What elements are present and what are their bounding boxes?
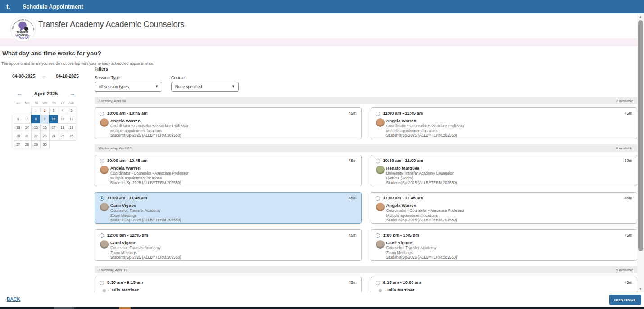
avatar [100,118,109,127]
calendar-day[interactable]: 5 [67,106,76,115]
range-start-date[interactable]: 04-08-2025 [12,74,35,79]
slot-detail-line: Zoom Meetings [386,251,413,255]
calendar-day[interactable]: 13 [14,123,23,132]
slot-duration: 45m [624,111,632,116]
appointment-slot-card[interactable]: 10:00 am - 10:45 am45mAngela WarrenCoord… [95,107,362,139]
calendar-day[interactable]: 12 [67,115,76,124]
calendar-day[interactable]: 15 [31,123,41,132]
calendar-day[interactable]: 28 [23,140,32,149]
appointment-slot-card[interactable]: 11:00 am - 11:45 am45mAngela WarrenCoord… [371,192,638,224]
avatar [376,118,385,127]
slot-radio[interactable] [100,196,104,201]
calendar-day[interactable]: 9 [40,115,50,124]
counselor-name: Julio Martinez [386,287,415,292]
calendar-day[interactable]: 23 [40,132,50,141]
appointment-slot-card[interactable]: 11:00 am - 11:45 am45mCami VignoeCounsel… [95,192,362,224]
scroll-down-icon[interactable]: ▼ [637,286,644,292]
slot-radio[interactable] [376,196,380,201]
calendar-day[interactable]: 19 [67,123,76,132]
session-type-select[interactable]: All session types ▼ [95,82,162,92]
range-end-date[interactable]: 04-10-2025 [56,74,79,79]
calendar-day[interactable]: 22 [31,132,41,141]
course-filter: Course None specified ▼ [171,75,239,92]
back-link[interactable]: BACK [7,297,20,302]
appointment-slot-card[interactable]: 1:00 pm - 1:45 pm45mCami VignoeCounselor… [371,229,638,261]
session-type-label: Session Type [95,75,162,80]
appointment-slot-card[interactable]: 9:15 am - 10:00 am45mJulio MartinezUnive… [371,277,638,292]
calendar-day[interactable]: 1 [31,106,41,115]
calendar-day[interactable]: 18 [58,123,67,132]
slot-card-grid: 10:00 am - 10:45 am45mAngela WarrenCoord… [95,155,637,261]
calendar-day[interactable]: 10 [49,115,59,124]
page-scrollbar[interactable]: ▲ ▼ [637,13,644,292]
footer-bar: BACK CONTINUE [0,292,644,307]
scroll-up-icon[interactable]: ▲ [637,13,644,20]
org-logo: SANTA BARBARA CITY COLLEGE TRANSFER ACAD… [10,16,36,42]
calendar-empty-cell [58,140,67,149]
appointment-slot-card[interactable]: 10:30 am - 11:00 am30mRenato MarquesUniv… [371,155,638,186]
avatar [100,166,109,174]
appointment-slot-card[interactable]: 10:00 am - 10:45 am45mAngela WarrenCoord… [95,155,362,186]
slot-radio[interactable] [376,281,380,285]
appointment-slot-card[interactable]: 12:00 pm - 12:45 pm45mCami VignoeCounsel… [95,229,362,261]
slot-radio[interactable] [100,112,104,116]
course-select[interactable]: None specified ▼ [171,82,239,92]
calendar-day[interactable]: 20 [14,132,23,141]
calendar-day[interactable]: 17 [49,123,59,132]
slot-radio[interactable] [100,281,104,285]
slot-detail-line: Coordinator • Counselor • Associate Prof… [110,124,189,128]
slot-duration: 45m [349,233,357,237]
calendar-day[interactable]: 21 [23,132,32,141]
calendar-day[interactable]: 14 [23,123,32,132]
slots-column: Filters Session Type All session types ▼… [95,67,637,292]
slot-duration: 45m [624,233,632,237]
calendar-day[interactable]: 26 [67,132,76,141]
calendar-day[interactable]: 30 [40,140,50,149]
slot-time: 11:00 am - 11:45 am [107,195,147,200]
slot-detail-line: Counselor, Transfer Academy [110,208,161,213]
appointment-slot-card[interactable]: 8:30 am - 9:15 am45mJulio MartinezUniver… [95,277,362,292]
calendar-weekday: Su [14,100,23,106]
calendar-weekday-row: SuMoTuWeThFrSa [14,100,78,106]
calendar-day[interactable]: 3 [49,106,59,115]
calendar-day[interactable]: 16 [40,123,50,132]
slot-detail-line: Coordinator • Counselor • Associate Prof… [386,124,465,128]
continue-button[interactable]: CONTINUE [609,295,641,305]
calendar-day[interactable]: 7 [23,115,32,124]
slot-radio[interactable] [376,112,380,116]
calendar-next-icon[interactable]: → [70,90,75,97]
calendar-day[interactable]: 27 [14,140,23,149]
calendar-empty-cell [14,106,23,115]
slot-radio[interactable] [100,233,104,238]
chevron-down-icon: ▼ [155,82,159,91]
calendar-day[interactable]: 25 [58,132,67,141]
avatar [376,203,385,211]
slot-time: 11:00 am - 11:45 am [383,195,423,200]
day-sections: Tuesday, April 082 available10:00 am - 1… [95,97,637,292]
timetap-logo-icon: t. [6,3,10,10]
calendar-weekday: Th [50,100,59,106]
calendar-day[interactable]: 29 [31,140,41,149]
calendar-day[interactable]: 4 [58,106,67,115]
slot-radio[interactable] [376,159,380,163]
page-title: Schedule Appointment [23,4,83,10]
appointment-slot-card[interactable]: 11:00 am - 11:45 am45mAngela WarrenCoord… [371,107,638,139]
calendar-weekday: Sa [67,100,76,106]
slot-detail-line: Students|Sp-2025 (ALLBYTERM.202550) [110,255,181,260]
calendar-day[interactable]: 6 [14,115,23,124]
slot-detail-line: Students|Sp-2025 (ALLBYTERM.202550) [386,133,457,138]
filters-heading: Filters [95,67,637,72]
scrollbar-thumb[interactable] [638,20,643,251]
calendar-day[interactable]: 8 [31,115,41,124]
calendar-empty-cell [49,140,59,149]
slot-radio[interactable] [100,159,104,163]
calendar-day[interactable]: 24 [49,132,59,141]
calendar-day[interactable]: 11 [58,115,67,124]
slot-radio[interactable] [376,233,380,238]
calendar-prev-icon[interactable]: ← [17,90,22,97]
avatar [376,240,385,249]
slot-detail-line: Students|Sp-2025 (ALLBYTERM.202550) [110,133,181,138]
slot-detail-line: Zoom Meetings [110,213,137,218]
calendar-day[interactable]: 2 [40,106,50,115]
slot-duration: 45m [349,196,357,200]
